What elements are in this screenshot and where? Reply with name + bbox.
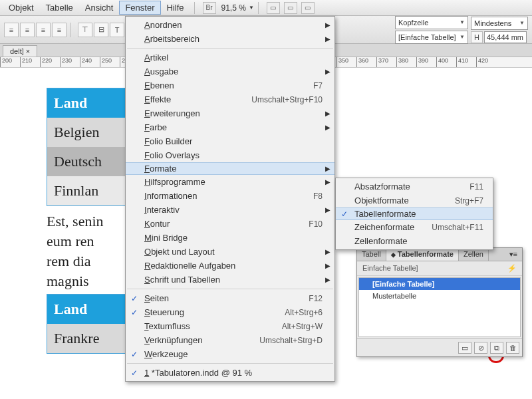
menu-item-label: Schrift und Tabellen — [144, 275, 323, 285]
clear-override-icon[interactable]: ⊘ — [474, 342, 487, 354]
menu-item[interactable]: Erweiterungen▶ — [126, 106, 334, 120]
menu-item-label: Redaktionelle Aufgaben — [144, 261, 323, 271]
menu-item[interactable]: Interaktiv▶ — [126, 203, 334, 217]
bridge-button[interactable]: Br — [203, 2, 216, 14]
separator — [194, 2, 195, 14]
menu-item[interactable]: Folio Builder — [126, 134, 334, 148]
align-justify-icon[interactable]: ≡ — [52, 23, 66, 37]
menu-separator — [127, 48, 333, 49]
menu-tabelle[interactable]: Tabelle — [40, 1, 79, 15]
align-center-icon[interactable]: ≡ — [20, 23, 35, 37]
zoom-level[interactable]: 91,5 % — [221, 3, 246, 13]
valign-top-icon[interactable]: ⊤ — [78, 23, 92, 37]
check-icon: ✓ — [131, 308, 138, 317]
menu-item[interactable]: InformationenF8 — [126, 189, 334, 203]
align-right-icon[interactable]: ≡ — [36, 23, 51, 37]
textframe-icon[interactable]: T — [110, 23, 124, 37]
menu-hilfe[interactable]: Hilfe — [161, 1, 190, 15]
panel-header: Einfache Tabelle]⚡ — [357, 261, 522, 276]
table-style-select[interactable]: [Einfache Tabelle]▼ — [395, 31, 468, 44]
menu-item[interactable]: ✓1 *Tabulatoren.indd @ 91 % — [126, 366, 334, 380]
row-fit-select[interactable]: Mindestens▼ — [471, 17, 528, 30]
menu-shortcut: F8 — [313, 192, 323, 201]
submenu-shortcut: F11 — [469, 182, 483, 192]
delete-icon[interactable]: 🗑 — [506, 342, 519, 354]
menu-shortcut: Umschalt+Strg+D — [259, 336, 323, 345]
panel-list: [Einfache Tabelle] Mustertabelle — [358, 277, 521, 337]
submenu-item[interactable]: ZeichenformateUmschalt+F11 — [336, 220, 493, 234]
menu-item[interactable]: Farbe▶ — [126, 120, 334, 134]
menu-objekt[interactable]: Objekt — [3, 1, 40, 15]
submenu-arrow-icon: ▶ — [325, 124, 331, 131]
menu-item[interactable]: ✓Werkzeuge — [126, 347, 334, 361]
menu-item[interactable]: VerknüpfungenUmschalt+Strg+D — [126, 333, 334, 347]
style-item-selected[interactable]: [Einfache Tabelle] — [359, 278, 520, 290]
menu-item[interactable]: Schrift und Tabellen▶ — [126, 273, 334, 287]
menu-item[interactable]: ✓SteuerungAlt+Strg+6 — [126, 305, 334, 319]
menu-item[interactable]: Redaktionelle Aufgaben▶ — [126, 259, 334, 273]
submenu-item-label: Zellenformate — [354, 236, 483, 246]
menu-ansicht[interactable]: Ansicht — [79, 1, 120, 15]
menu-shortcut: Alt+Strg+W — [282, 322, 323, 331]
folder-icon[interactable]: ▭ — [458, 342, 471, 354]
check-icon: ✓ — [131, 350, 138, 359]
submenu-item-label: Objektformate — [354, 196, 455, 205]
doc-tab[interactable]: delt] × — [3, 45, 37, 57]
submenu-arrow-icon: ▶ — [325, 276, 331, 283]
submenu-arrow-icon: ▶ — [325, 110, 331, 117]
align-left-icon[interactable]: ≡ — [4, 23, 19, 37]
menu-item[interactable]: TextumflussAlt+Strg+W — [126, 319, 334, 333]
menu-item[interactable]: Folio Overlays — [126, 148, 334, 162]
menu-shortcut: F10 — [309, 219, 323, 229]
table-styles-panel[interactable]: Tabell ◆ Tabellenformate Zellen ▾≡ Einfa… — [356, 247, 523, 357]
style-item[interactable]: Mustertabelle — [359, 290, 520, 302]
submenu-item[interactable]: ✓Tabellenformate — [336, 207, 493, 220]
menu-item[interactable]: Hilfsprogramme▶ — [126, 175, 334, 189]
menu-item[interactable]: KonturF10 — [126, 217, 334, 231]
menu-item[interactable]: Mini Bridge — [126, 231, 334, 245]
submenu-arrow-icon: ▶ — [325, 206, 331, 213]
submenu-item[interactable]: Zellenformate — [336, 234, 493, 248]
menu-item-label: Mini Bridge — [144, 233, 323, 243]
arrange-button[interactable]: ▭ — [301, 2, 315, 14]
new-style-icon[interactable]: ⧉ — [490, 342, 503, 354]
menu-item[interactable]: EffekteUmschalt+Strg+F10 — [126, 92, 334, 106]
check-icon: ✓ — [341, 209, 348, 219]
formate-submenu: AbsatzformateF11ObjektformateStrg+F7✓Tab… — [335, 178, 493, 250]
menu-item-label: Effekte — [144, 94, 251, 104]
menu-item[interactable]: Arbeitsbereich▶ — [126, 32, 334, 46]
menu-item[interactable]: Formate▶ — [126, 162, 334, 175]
menu-item-label: Interaktiv — [144, 205, 323, 215]
menu-item[interactable]: Objekt und Layout▶ — [126, 245, 334, 259]
submenu-arrow-icon: ▶ — [325, 35, 331, 43]
panel-footer: ▭ ⊘ ⧉ 🗑 — [357, 338, 522, 356]
menu-item-label: Erweiterungen — [144, 108, 323, 118]
menu-shortcut: Alt+Strg+6 — [285, 308, 323, 317]
menu-item[interactable]: EbenenF7 — [126, 78, 334, 92]
menubar: Objekt Tabelle Ansicht Fenster Hilfe Br … — [0, 0, 532, 16]
submenu-item[interactable]: AbsatzformateF11 — [336, 180, 493, 194]
menu-fenster[interactable]: Fenster — [119, 1, 160, 15]
menu-item-label: Werkzeuge — [144, 349, 323, 359]
menu-item[interactable]: ✓SeitenF12 — [126, 291, 334, 305]
menu-item-label: Ausgabe — [144, 66, 323, 76]
menu-item[interactable]: Ausgabe▶ — [126, 65, 334, 78]
menu-item-label: Folio Overlays — [144, 150, 323, 160]
check-icon: ✓ — [131, 368, 138, 378]
menu-item[interactable]: Artikel — [126, 51, 334, 65]
submenu-arrow-icon: ▶ — [325, 165, 331, 172]
menu-item-label: Verknüpfungen — [144, 335, 259, 345]
menu-separator — [127, 289, 333, 289]
zoom-dropdown-icon[interactable]: ▼ — [249, 5, 254, 11]
row-height-field[interactable]: 45,444 mm — [484, 31, 527, 43]
valign-middle-icon[interactable]: ⊟ — [94, 23, 108, 37]
view-mode-button[interactable]: ▭ — [267, 2, 280, 14]
menu-item-label: Farbe — [144, 122, 323, 132]
menu-item-label: Arbeitsbereich — [144, 34, 323, 44]
menu-item[interactable]: Anordnen▶ — [126, 18, 334, 32]
cell-style-select[interactable]: Kopfzeile▼ — [395, 16, 468, 29]
submenu-item[interactable]: ObjektformateStrg+F7 — [336, 194, 493, 207]
screen-mode-button[interactable]: ▭ — [284, 2, 297, 14]
panel-menu-icon[interactable]: ▾≡ — [505, 248, 522, 261]
submenu-arrow-icon: ▶ — [325, 21, 331, 29]
